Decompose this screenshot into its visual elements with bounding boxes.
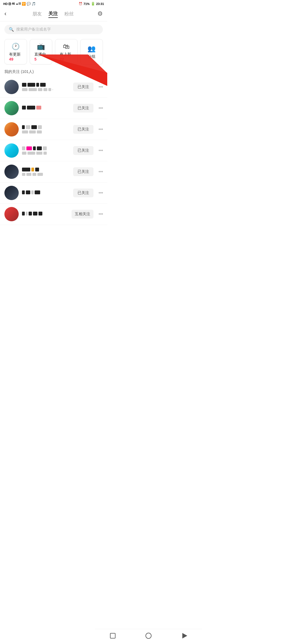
wechat-icon: 💬 — [27, 2, 31, 6]
section-header: 我的关注 (101人) 综合排序 ≡ — [0, 68, 107, 77]
follow-button[interactable]: 已关注 — [73, 104, 94, 113]
avatar — [4, 101, 19, 115]
user-list: › 已关注 ••• 已关注 ••• — [0, 77, 107, 247]
more-options-button[interactable]: ••• — [98, 211, 103, 217]
music-icon: 🎵 — [32, 2, 36, 6]
network-signal: 46 — [12, 2, 15, 5]
new-label: 有上新 22 — [60, 52, 73, 61]
user-desc — [22, 130, 70, 133]
user-desc — [22, 173, 70, 176]
search-icon: 🔍 — [9, 27, 14, 32]
nav-tabs: 朋友 关注 粉丝 — [32, 10, 74, 18]
follow-button[interactable]: 已关注 — [73, 189, 94, 197]
tab-fans[interactable]: 粉丝 — [64, 10, 74, 18]
sort-icon: ≡ — [101, 70, 103, 74]
more-options-button[interactable]: ••• — [98, 169, 103, 175]
table-row: 已关注 ••• — [0, 161, 107, 182]
user-name — [22, 83, 70, 87]
avatar — [4, 80, 19, 94]
status-right: ⏰ 71% 🔋 23:31 — [79, 2, 104, 6]
user-desc: › — [22, 88, 70, 91]
avatar — [4, 143, 19, 158]
category-updates[interactable]: 🕐 有更新 49 — [4, 39, 27, 64]
user-name — [22, 190, 70, 194]
group-icon: 👥 — [87, 45, 96, 53]
signal-bars: ▲ⅼⅼⅼ — [16, 2, 21, 5]
user-info — [22, 106, 70, 111]
more-options-button[interactable]: ••• — [98, 105, 103, 111]
more-options-button[interactable]: ••• — [98, 84, 103, 90]
updates-label: 有更新 49 — [9, 52, 22, 61]
table-row: 已关注 ••• — [0, 119, 107, 140]
follow-button[interactable]: 已关注 — [73, 146, 94, 155]
table-row: 已关注 ••• — [0, 182, 107, 204]
status-bar: HD 1 46 ▲ⅼⅼⅼ 🛜 💬 🎵 ⏰ 71% 🔋 23:31 — [0, 0, 107, 7]
tab-friends[interactable]: 朋友 — [32, 10, 42, 18]
user-name — [22, 146, 70, 150]
time-display: 23:31 — [96, 2, 104, 6]
user-info — [22, 146, 70, 155]
category-row: 🕐 有更新 49 📺 直播中 5 🛍 有上新 22 👥 分组 — [0, 36, 107, 68]
user-info — [22, 168, 70, 176]
bag-icon: 🛍 — [63, 43, 70, 50]
wifi-icon: 🛜 — [22, 2, 26, 6]
table-row: › 已关注 ••• — [0, 77, 107, 98]
user-name — [22, 106, 70, 110]
settings-button[interactable]: ⚙ — [97, 10, 103, 17]
search-input[interactable]: 搜索用户备注或名字 — [16, 27, 51, 32]
clock-icon: 🕐 — [12, 43, 20, 50]
alarm-icon: ⏰ — [79, 2, 82, 6]
category-live[interactable]: 📺 直播中 5 — [30, 39, 52, 64]
status-left: HD 1 46 ▲ⅼⅼⅼ 🛜 💬 🎵 — [3, 2, 36, 6]
user-name — [22, 125, 70, 129]
network-icons: HD — [3, 2, 8, 6]
avatar — [4, 122, 19, 137]
more-options-button[interactable]: ••• — [98, 148, 103, 154]
avatar — [4, 165, 19, 179]
tv-icon: 📺 — [37, 43, 45, 50]
mutual-follow-button[interactable]: 互相关注 — [72, 210, 94, 219]
table-row: 已关注 ••• — [0, 140, 107, 161]
sim-badge: 1 — [9, 2, 11, 5]
table-row: 互相关注 ••• — [0, 204, 107, 225]
follow-button[interactable]: 已关注 — [73, 83, 94, 91]
user-desc — [22, 152, 70, 155]
sort-button[interactable]: 综合排序 ≡ — [85, 69, 103, 74]
more-options-button[interactable]: ••• — [98, 190, 103, 196]
back-button[interactable]: ‹ — [4, 9, 9, 18]
user-info — [22, 212, 68, 217]
group-label: 分组 — [88, 54, 95, 59]
tab-following[interactable]: 关注 — [48, 10, 58, 18]
chevron-right-icon: › — [52, 88, 53, 91]
user-name — [22, 168, 70, 171]
battery-text: 71% — [84, 2, 90, 6]
table-row: 已关注 ••• — [0, 98, 107, 119]
follow-button[interactable]: 已关注 — [73, 125, 94, 134]
category-group[interactable]: 👥 分组 — [80, 39, 103, 64]
section-title: 我的关注 (101人) — [4, 69, 34, 74]
search-wrap: 🔍 搜索用户备注或名字 — [0, 21, 107, 36]
live-label: 直播中 5 — [34, 52, 48, 61]
category-new[interactable]: 🛍 有上新 22 — [55, 39, 78, 64]
user-info — [22, 125, 70, 133]
avatar — [4, 186, 19, 200]
user-info — [22, 190, 70, 196]
follow-button[interactable]: 已关注 — [73, 167, 94, 176]
more-options-button[interactable]: ••• — [98, 127, 103, 132]
battery-icon: 🔋 — [91, 2, 95, 6]
sort-label: 综合排序 — [85, 69, 100, 74]
avatar — [4, 207, 19, 221]
user-info: › — [22, 83, 70, 91]
user-name — [22, 212, 68, 215]
search-bar[interactable]: 🔍 搜索用户备注或名字 — [4, 25, 103, 34]
nav-bar: ‹ 朋友 关注 粉丝 ⚙ — [0, 7, 107, 21]
